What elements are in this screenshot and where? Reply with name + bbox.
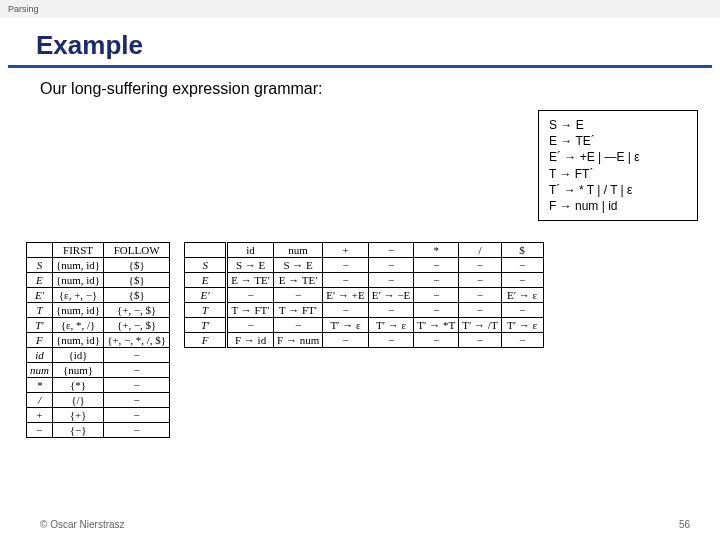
grammar-rule: S → E <box>549 117 687 133</box>
grammar-rule: F → num | id <box>549 198 687 214</box>
table-row: E{num, id}{$} <box>27 273 170 288</box>
table-row: S{num, id}{$} <box>27 258 170 273</box>
table-row: id{id}− <box>27 348 170 363</box>
table-row: E′−−E′ → +EE′ → −E−−E′ → ε <box>185 288 543 303</box>
grammar-rule: E´ → +E | —E | ε <box>549 149 687 165</box>
grammar-box: S → E E → TE´ E´ → +E | —E | ε T → FT´ T… <box>538 110 698 221</box>
title-rule <box>8 65 712 68</box>
slide-category: Parsing <box>0 0 720 18</box>
table-row: −{−}− <box>27 423 170 438</box>
col-follow: FOLLOW <box>104 243 170 258</box>
slide-title: Example <box>0 18 720 65</box>
table-row: F{num, id}{+, −, *, /, $} <box>27 333 170 348</box>
grammar-rule: T → FT´ <box>549 166 687 182</box>
table-row: EE → TE′E → TE′−−−−− <box>185 273 543 288</box>
table-row: *{*}− <box>27 378 170 393</box>
col-first: FIRST <box>52 243 103 258</box>
table-row: /{/}− <box>27 393 170 408</box>
table-row: num{num}− <box>27 363 170 378</box>
table-row: T{num, id}{+, −, $} <box>27 303 170 318</box>
copyright: © Oscar Nierstrasz <box>40 519 125 530</box>
parse-table: id num + − * / $ SS → ES → E−−−−− EE → T… <box>184 242 543 348</box>
table-header-row: FIRST FOLLOW <box>27 243 170 258</box>
grammar-rule: T´ → * T | / T | ε <box>549 182 687 198</box>
footer: © Oscar Nierstrasz 56 <box>40 519 690 530</box>
table-row: E′{ε, +, −}{$} <box>27 288 170 303</box>
tables-container: FIRST FOLLOW S{num, id}{$} E{num, id}{$}… <box>26 242 706 438</box>
table-row: T′−−T′ → εT′ → εT′ → *TT′ → /TT′ → ε <box>185 318 543 333</box>
page-number: 56 <box>679 519 690 530</box>
table-row: T′{ε, *, /}{+, −, $} <box>27 318 170 333</box>
first-follow-table: FIRST FOLLOW S{num, id}{$} E{num, id}{$}… <box>26 242 170 438</box>
table-header-row: id num + − * / $ <box>185 243 543 258</box>
grammar-rule: E → TE´ <box>549 133 687 149</box>
table-row: SS → ES → E−−−−− <box>185 258 543 273</box>
slide-subtitle: Our long-suffering expression grammar: <box>0 80 720 104</box>
table-row: +{+}− <box>27 408 170 423</box>
table-row: TT → FT′T → FT′−−−−− <box>185 303 543 318</box>
table-row: FF → idF → num−−−−− <box>185 333 543 348</box>
